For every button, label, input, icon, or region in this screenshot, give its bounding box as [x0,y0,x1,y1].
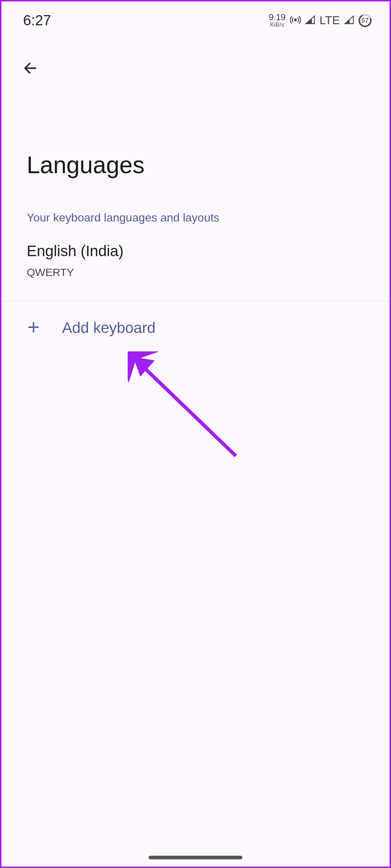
status-icons: 9.19 KiB/s LTE 57 [269,13,372,28]
language-item[interactable]: English (India) QWERTY [27,242,390,297]
battery-level: 57 [361,17,369,24]
network-type: LTE [320,14,340,27]
section-subtitle: Your keyboard languages and layouts [27,211,390,224]
data-rate-unit: KiB/s [270,22,284,28]
svg-point-0 [294,19,296,21]
data-rate-value: 9.19 [269,13,286,22]
plus-icon [27,320,40,336]
status-bar: 6:27 9.19 KiB/s LTE [1,1,390,36]
language-layout: QWERTY [27,266,390,279]
signal-icon-2 [344,15,354,26]
navigation-bar-handle[interactable] [149,856,242,859]
status-time: 6:27 [23,12,51,29]
signal-icon [305,15,315,26]
language-name: English (India) [27,242,390,260]
back-button[interactable] [19,57,41,79]
battery-icon: 57 [357,12,373,29]
data-rate-indicator: 9.19 KiB/s [269,13,286,28]
svg-line-1 [139,362,236,456]
hotspot-icon [290,14,301,27]
add-keyboard-button[interactable]: Add keyboard [1,301,390,355]
arrow-left-icon [22,60,38,76]
page-title: Languages [27,151,390,179]
annotation-arrow [128,351,250,467]
add-keyboard-label: Add keyboard [62,319,155,337]
